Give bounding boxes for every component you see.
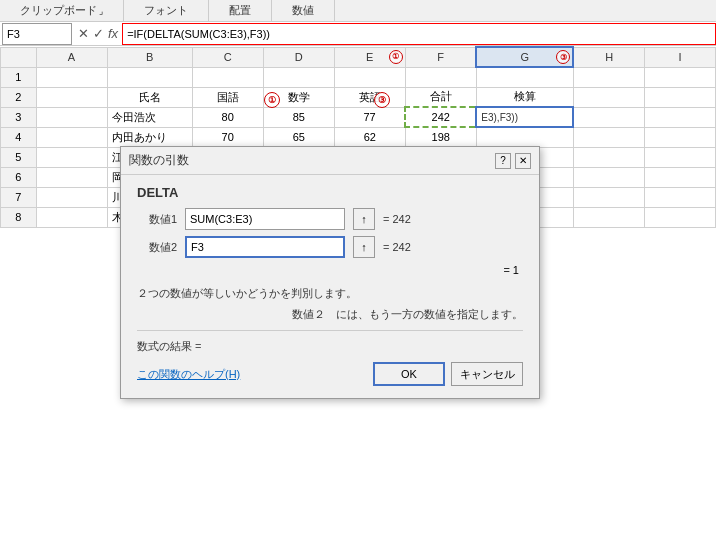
cell-h6[interactable] bbox=[573, 167, 644, 187]
cell-e1[interactable] bbox=[334, 67, 405, 87]
cell-a6[interactable] bbox=[36, 167, 107, 187]
cancel-icon[interactable]: ✕ bbox=[78, 26, 89, 41]
col-header-c[interactable]: C bbox=[192, 47, 263, 67]
cell-i2[interactable] bbox=[644, 87, 715, 107]
cell-c1[interactable] bbox=[192, 67, 263, 87]
cell-c3[interactable]: 80 bbox=[192, 107, 263, 127]
fx-icon[interactable]: fx bbox=[108, 26, 118, 41]
function-args-dialog: 関数の引数 ? ✕ DELTA 数値1 ↑ = 242 数値2 ↑ = 242 bbox=[120, 146, 540, 399]
cell-f3[interactable]: 242 bbox=[405, 107, 476, 127]
cell-h4[interactable] bbox=[573, 127, 644, 147]
cell-a8[interactable] bbox=[36, 207, 107, 227]
cell-f4[interactable]: 198 bbox=[405, 127, 476, 147]
cell-b4[interactable]: 内田あかり bbox=[107, 127, 192, 147]
cell-c4[interactable]: 70 bbox=[192, 127, 263, 147]
cell-ref-value: F3 bbox=[7, 28, 20, 40]
cell-h3[interactable] bbox=[573, 107, 644, 127]
cell-h1[interactable] bbox=[573, 67, 644, 87]
cell-i7[interactable] bbox=[644, 187, 715, 207]
row-num-5: 5 bbox=[1, 147, 37, 167]
arg2-expand-btn[interactable]: ↑ bbox=[353, 236, 375, 258]
cell-b1[interactable] bbox=[107, 67, 192, 87]
cell-d1[interactable] bbox=[263, 67, 334, 87]
cell-f1[interactable] bbox=[405, 67, 476, 87]
circle-3-overlay: ③ bbox=[556, 50, 570, 64]
dialog-buttons: OK キャンセル bbox=[373, 362, 523, 386]
cancel-button[interactable]: キャンセル bbox=[451, 362, 523, 386]
cell-b3[interactable]: 今田浩次 bbox=[107, 107, 192, 127]
font-label: フォント bbox=[144, 3, 188, 18]
help-link[interactable]: この関数のヘルプ(H) bbox=[137, 367, 240, 382]
ribbon-alignment: 配置 bbox=[209, 0, 272, 21]
cell-reference-box[interactable]: F3 bbox=[2, 23, 72, 45]
col-header-h[interactable]: H bbox=[573, 47, 644, 67]
cell-a5[interactable] bbox=[36, 147, 107, 167]
arg2-input[interactable] bbox=[185, 236, 345, 258]
ribbon-number: 数値 bbox=[272, 0, 335, 21]
final-result-row: = 1 bbox=[137, 264, 523, 276]
cell-g3[interactable]: E3),F3)) bbox=[476, 107, 573, 127]
dialog-body: DELTA 数値1 ↑ = 242 数値2 ↑ = 242 = 1 ２つの bbox=[121, 175, 539, 398]
description-section: ２つの数値が等しいかどうかを判別します。 数値２ には、もう一方の数値を指定しま… bbox=[137, 286, 523, 322]
dialog-footer: この関数のヘルプ(H) OK キャンセル bbox=[137, 362, 523, 386]
desc-main-text: ２つの数値が等しいかどうかを判別します。 bbox=[137, 286, 523, 301]
cell-a4[interactable] bbox=[36, 127, 107, 147]
cell-g1[interactable] bbox=[476, 67, 573, 87]
cell-e3[interactable]: 77 bbox=[334, 107, 405, 127]
cell-a2[interactable] bbox=[36, 87, 107, 107]
cell-f2[interactable]: 合計 bbox=[405, 87, 476, 107]
formula-bar: F3 ✕ ✓ fx bbox=[0, 22, 716, 46]
dialog-title: 関数の引数 bbox=[129, 152, 189, 169]
col-header-f[interactable]: F bbox=[405, 47, 476, 67]
ribbon-font: フォント bbox=[124, 0, 209, 21]
dialog-close-btn[interactable]: ✕ bbox=[515, 153, 531, 169]
confirm-icon[interactable]: ✓ bbox=[93, 26, 104, 41]
cell-c2[interactable]: 国語 bbox=[192, 87, 263, 107]
cell-a1[interactable] bbox=[36, 67, 107, 87]
cell-d3[interactable]: 85 bbox=[263, 107, 334, 127]
dialog-question-btn[interactable]: ? bbox=[495, 153, 511, 169]
table-row: 1 bbox=[1, 67, 716, 87]
arg1-label: 数値1 bbox=[137, 212, 177, 227]
cell-d4[interactable]: 65 bbox=[263, 127, 334, 147]
cell-h7[interactable] bbox=[573, 187, 644, 207]
cell-h5[interactable] bbox=[573, 147, 644, 167]
cell-b2[interactable]: 氏名 bbox=[107, 87, 192, 107]
cell-i6[interactable] bbox=[644, 167, 715, 187]
dialog-controls: ? ✕ bbox=[495, 153, 531, 169]
cell-h2[interactable] bbox=[573, 87, 644, 107]
cell-a7[interactable] bbox=[36, 187, 107, 207]
col-header-d[interactable]: D bbox=[263, 47, 334, 67]
col-header-e[interactable]: E ① bbox=[334, 47, 405, 67]
cell-i1[interactable] bbox=[644, 67, 715, 87]
cell-e4[interactable]: 62 bbox=[334, 127, 405, 147]
cell-i5[interactable] bbox=[644, 147, 715, 167]
arg2-label: 数値2 bbox=[137, 240, 177, 255]
arg1-expand-btn[interactable]: ↑ bbox=[353, 208, 375, 230]
row-num-2: 2 bbox=[1, 87, 37, 107]
cell-i4[interactable] bbox=[644, 127, 715, 147]
col-header-i[interactable]: I bbox=[644, 47, 715, 67]
row-num-8: 8 bbox=[1, 207, 37, 227]
dialog-divider bbox=[137, 330, 523, 331]
cell-g4[interactable] bbox=[476, 127, 573, 147]
cell-a3[interactable] bbox=[36, 107, 107, 127]
dialog-title-bar: 関数の引数 ? ✕ bbox=[121, 147, 539, 175]
cell-e2[interactable]: 英語 bbox=[334, 87, 405, 107]
header-corner bbox=[1, 47, 37, 67]
column-headers: A B C D E ① F G ③ H I bbox=[1, 47, 716, 67]
circle-number-3: ③ bbox=[374, 92, 390, 108]
ok-button[interactable]: OK bbox=[373, 362, 445, 386]
circle-1-overlay: ① bbox=[389, 50, 403, 64]
clipboard-expand-icon[interactable]: ⌟ bbox=[99, 6, 103, 16]
cell-i8[interactable] bbox=[644, 207, 715, 227]
formula-input[interactable] bbox=[122, 23, 716, 45]
col-header-a[interactable]: A bbox=[36, 47, 107, 67]
arg1-input[interactable] bbox=[185, 208, 345, 230]
cell-g2[interactable]: 検算 bbox=[476, 87, 573, 107]
desc-param-text: 数値２ には、もう一方の数値を指定します。 bbox=[137, 307, 523, 322]
cell-i3[interactable] bbox=[644, 107, 715, 127]
cell-h8[interactable] bbox=[573, 207, 644, 227]
col-header-b[interactable]: B bbox=[107, 47, 192, 67]
col-header-g[interactable]: G ③ bbox=[476, 47, 573, 67]
